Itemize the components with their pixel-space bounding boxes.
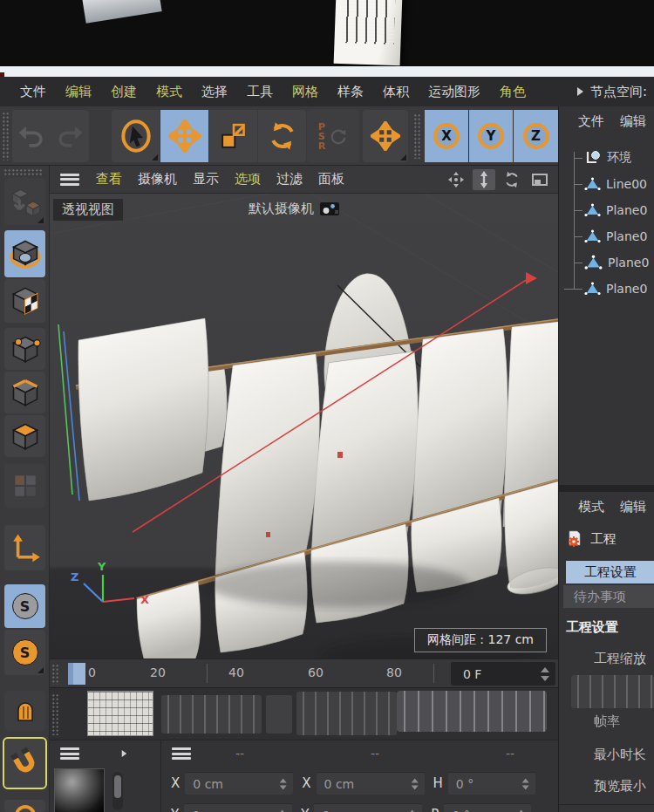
menu-edit[interactable]: 编辑 <box>56 84 101 100</box>
panel-splitter[interactable] <box>559 485 654 492</box>
texture-mode-icon <box>10 285 41 317</box>
preview-thumbnail[interactable] <box>87 691 153 736</box>
menu-character[interactable]: 角色 <box>490 84 535 100</box>
object-item-environment[interactable]: 环境 <box>559 145 654 171</box>
tab-todo[interactable]: 待办事项 <box>563 585 654 608</box>
project-object-row[interactable]: 工程 <box>566 530 617 548</box>
am-menu-mode[interactable]: 模式 <box>578 499 620 515</box>
polygon-mode-button[interactable] <box>4 415 45 457</box>
anim-grip[interactable] <box>51 693 59 735</box>
am-menu-edit[interactable]: 编辑 <box>620 499 654 515</box>
vp-menu-panel[interactable]: 面板 <box>310 171 352 188</box>
object-item-plane[interactable]: Plane0 <box>559 223 654 249</box>
snap-settings-button[interactable]: S <box>4 630 45 675</box>
timeline-playhead[interactable] <box>68 663 85 685</box>
psr-button[interactable]: P S R <box>307 110 359 162</box>
object-item-plane[interactable]: Plane0 <box>559 197 654 223</box>
toolbar-grip[interactable] <box>413 113 421 159</box>
coord-y-input[interactable]: 0 cm <box>184 803 292 812</box>
toolbar-grip[interactable] <box>2 112 10 160</box>
paper-card-preview <box>82 0 161 24</box>
move-icon <box>371 121 400 151</box>
move-icon <box>168 119 201 153</box>
point-mode-button[interactable] <box>4 328 45 370</box>
menu-select[interactable]: 选择 <box>192 84 237 100</box>
menu-mode[interactable]: 模式 <box>146 84 192 100</box>
current-frame-field[interactable]: 0 F <box>451 662 555 686</box>
coord-y2-input[interactable]: 0 cm <box>314 803 422 812</box>
menu-create[interactable]: 创建 <box>101 84 146 100</box>
enable-snap-button[interactable]: S <box>4 584 45 628</box>
om-menu-edit[interactable]: 编辑 <box>620 113 654 130</box>
magnet-tool-button[interactable] <box>4 739 45 788</box>
redo-button[interactable] <box>51 110 89 162</box>
frame-spinner[interactable] <box>541 667 555 681</box>
workplane-mode-button[interactable] <box>4 464 45 508</box>
timeline-ruler[interactable]: 0 20 40 60 80 0 F <box>50 658 558 687</box>
camera-label[interactable]: 默认摄像机 <box>249 201 339 217</box>
viewport-3d-canvas[interactable]: Y X Z 透视视图 默认摄像机 网格间距 : 127 cm <box>50 194 558 658</box>
menu-file[interactable]: 文件 <box>10 84 56 100</box>
vp-menu-camera[interactable]: 摄像机 <box>130 171 185 188</box>
scale-icon <box>218 120 249 152</box>
polygon-mode-icon <box>10 420 41 452</box>
material-expand-icon[interactable] <box>122 750 127 757</box>
node-space-label[interactable]: 节点空间: <box>590 84 647 100</box>
material-sphere-preview[interactable] <box>54 768 105 812</box>
object-item-line[interactable]: Line00 <box>559 171 654 197</box>
axis-mode-icon <box>10 532 41 563</box>
model-mode-button[interactable] <box>4 230 45 277</box>
coord-x2-input[interactable]: 0 cm <box>317 772 425 795</box>
live-selection-button[interactable] <box>112 110 160 162</box>
mode-sidebar: S S <box>0 166 50 812</box>
vp-menu-options[interactable]: 选项 <box>227 171 269 188</box>
coordinates-menu-icon[interactable] <box>172 747 191 760</box>
timeline-grip[interactable] <box>51 664 59 685</box>
tab-project-settings[interactable]: 工程设置 <box>566 561 654 583</box>
redo-icon <box>55 121 85 151</box>
menu-mograph[interactable]: 运动图形 <box>419 84 490 100</box>
camera-icon <box>320 202 339 215</box>
viewport-maximize-icon[interactable] <box>528 169 551 190</box>
material-scrollbar[interactable] <box>112 772 123 810</box>
make-editable-button[interactable] <box>4 178 45 225</box>
calligraphy-ink <box>341 0 395 44</box>
object-item-plane[interactable]: Plane0 <box>559 249 654 276</box>
vp-menu-display[interactable]: 显示 <box>185 171 227 188</box>
partial-tool-button[interactable] <box>4 800 45 812</box>
view-label[interactable]: 透视视图 <box>53 199 123 221</box>
material-menu-icon[interactable] <box>60 747 79 760</box>
scale-tool-button[interactable] <box>209 110 257 162</box>
sidebar-grip[interactable] <box>3 168 44 175</box>
divider <box>559 804 654 805</box>
viewport-menu-icon[interactable] <box>60 174 79 186</box>
node-space-arrow-icon[interactable] <box>577 87 583 96</box>
menu-spline[interactable]: 样条 <box>328 84 373 100</box>
field-project-scale: 工程缩放 <box>594 651 646 667</box>
axis-x-button[interactable]: X <box>425 110 469 162</box>
undo-button[interactable] <box>12 110 51 162</box>
edge-mode-button[interactable] <box>4 372 45 413</box>
coord-x-input[interactable]: 0 cm <box>185 772 293 795</box>
viewport-rotate-icon[interactable] <box>501 169 523 190</box>
axis-mode-button[interactable] <box>4 525 45 570</box>
viewport-pan-icon[interactable] <box>445 169 467 190</box>
coord-p-input[interactable]: 0 ° <box>444 803 531 812</box>
viewport-zoom-icon[interactable] <box>473 169 495 190</box>
make-editable-icon <box>10 186 41 217</box>
move-tool-button[interactable] <box>160 110 208 162</box>
texture-mode-button[interactable] <box>4 279 45 323</box>
move-axis-button[interactable] <box>363 110 408 162</box>
paint-tool-button[interactable] <box>4 691 45 731</box>
vp-menu-view[interactable]: 查看 <box>88 171 130 188</box>
coord-h-input[interactable]: 0 ° <box>448 772 535 795</box>
vp-menu-filter[interactable]: 过滤 <box>269 171 310 188</box>
menu-tools[interactable]: 工具 <box>237 84 283 100</box>
axis-y-button[interactable]: Y <box>469 110 514 162</box>
axis-z-button[interactable]: Z <box>514 110 558 162</box>
rotate-tool-button[interactable] <box>258 110 306 162</box>
menu-mesh[interactable]: 网格 <box>283 84 328 100</box>
menu-volume[interactable]: 体积 <box>373 84 419 100</box>
object-item-plane[interactable]: Plane0 <box>559 276 654 302</box>
om-menu-file[interactable]: 文件 <box>578 113 620 130</box>
